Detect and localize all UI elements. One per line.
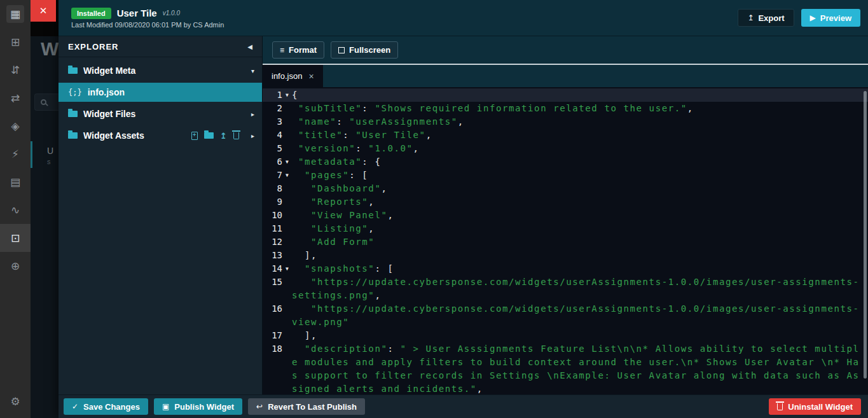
code-line[interactable]: 7▼ "pages": [ [263, 169, 868, 182]
save-changes-button[interactable]: ✓ Save Changes [64, 398, 148, 415]
code-line-content[interactable]: "subTitle": "Shows required information … [292, 102, 868, 115]
code-line[interactable]: 9 "Reports", [263, 195, 868, 209]
rail-automation-icon[interactable]: ⚡ [0, 140, 31, 168]
code-line[interactable]: 17 ], [263, 329, 868, 342]
fold-arrow-icon[interactable]: ▼ [282, 88, 292, 102]
code-line-content[interactable]: "pages": [ [292, 169, 868, 182]
explorer-folder-widget-files[interactable]: Widget Files ▸ [59, 104, 262, 123]
code-line-content[interactable]: "version": "1.0.0", [292, 142, 868, 155]
code-line[interactable]: 13 ], [263, 249, 868, 262]
code-line[interactable]: 8 "Dashboard", [263, 182, 868, 195]
code-line[interactable]: 2 "subTitle": "Shows required informatio… [263, 102, 868, 115]
code-line-content[interactable]: "Listing", [292, 222, 868, 235]
tab-info-json[interactable]: info.json × [263, 65, 323, 87]
code-line[interactable]: 6▼ "metadata": { [263, 155, 868, 169]
upload-icon[interactable]: ↥ [220, 132, 227, 140]
code-line[interactable]: 18 "description": " > User Asssignments … [263, 342, 868, 394]
fold-arrow-icon[interactable]: ▼ [282, 262, 292, 275]
rail-settings-icon[interactable]: ⚙ [0, 387, 31, 415]
code-line-content[interactable]: "title": "User Tile", [292, 129, 868, 142]
code-line[interactable]: 10 "View Panel", [263, 209, 868, 222]
code-line[interactable]: 12 "Add Form" [263, 235, 868, 249]
code-line-content[interactable]: "https://update.cybersponse.com/widgets/… [292, 302, 868, 329]
code-line-content[interactable]: "https://update.cybersponse.com/widgets/… [292, 275, 868, 302]
rail-dashboard-icon[interactable]: ⊞ [0, 28, 31, 56]
editor-pane: ≡ Format Fullscreen info.json × 1▼{2 "su… [263, 36, 868, 394]
folder-icon [68, 111, 78, 117]
code-line-content[interactable]: "name": "userAssignments", [292, 115, 868, 129]
page-backdrop: W U s [31, 0, 59, 418]
backdrop-card-title-fragment: U [47, 146, 53, 156]
delete-icon[interactable] [233, 132, 239, 139]
rail-system-icon[interactable]: ⊕ [0, 252, 31, 280]
rail-logo-icon[interactable]: ▦ [0, 0, 31, 28]
line-number: 16 [266, 302, 282, 329]
rail-connectors-icon[interactable]: ⇄ [0, 84, 31, 112]
chevron-right-icon[interactable]: ▸ [251, 111, 254, 118]
modal-close-button[interactable]: ✕ [31, 0, 56, 22]
export-button[interactable]: ↥ Export [738, 9, 794, 27]
code-line[interactable]: 11 "Listing", [263, 222, 868, 235]
uninstall-widget-button[interactable]: Uninstall Widget [769, 398, 861, 415]
new-file-icon[interactable] [191, 132, 198, 140]
line-gutter: 16 [263, 302, 292, 329]
rail-widgets-icon[interactable]: ⊡ [0, 224, 31, 252]
line-number: 18 [266, 342, 282, 394]
line-gutter: 17 [263, 329, 292, 342]
publish-widget-button[interactable]: ▣ Publish Widget [154, 398, 242, 415]
close-icon: ✕ [39, 5, 48, 17]
code-lines: 1▼{2 "subTitle": "Shows required informa… [263, 88, 868, 394]
code-line[interactable]: 4 "title": "User Tile", [263, 129, 868, 142]
modal-footer: ✓ Save Changes ▣ Publish Widget ↩ Revert… [59, 394, 868, 418]
explorer-folder-widget-meta[interactable]: Widget Meta ▾ [59, 61, 262, 80]
revert-arrow-icon: ↩ [256, 402, 263, 411]
revert-button[interactable]: ↩ Revert To Last Publish [248, 398, 365, 415]
chevron-right-icon[interactable]: ▸ [251, 132, 254, 139]
code-line-content[interactable]: { [292, 88, 868, 102]
code-line-content[interactable]: "Add Form" [292, 235, 868, 249]
fold-arrow-icon[interactable]: ▼ [282, 169, 292, 182]
code-line-content[interactable]: ], [292, 329, 868, 342]
code-line[interactable]: 14▼ "snapshots": [ [263, 262, 868, 275]
fold-arrow-icon[interactable]: ▼ [282, 155, 292, 169]
tab-close-icon[interactable]: × [308, 71, 313, 81]
chevron-down-icon[interactable]: ▾ [251, 67, 254, 74]
editor-tab-bar: info.json × [263, 65, 868, 87]
code-line-content[interactable]: "View Panel", [292, 209, 868, 222]
code-line-content[interactable]: "metadata": { [292, 155, 868, 169]
line-gutter: 1▼ [263, 88, 292, 102]
code-line[interactable]: 5 "version": "1.0.0", [263, 142, 868, 155]
dashboard-icon: ⊞ [11, 36, 20, 49]
backdrop-search-input[interactable] [34, 94, 59, 111]
code-line[interactable]: 1▼{ [263, 88, 868, 102]
line-gutter: 6▼ [263, 155, 292, 169]
fold-spacer [282, 102, 292, 115]
trash-icon [777, 403, 783, 410]
rail-controls-icon[interactable]: ⇵ [0, 56, 31, 84]
code-line-content[interactable]: "snapshots": [ [292, 262, 868, 275]
code-line[interactable]: 15 "https://update.cybersponse.com/widge… [263, 275, 868, 302]
code-line[interactable]: 16 "https://update.cybersponse.com/widge… [263, 302, 868, 329]
rail-resources-icon[interactable]: ▤ [0, 168, 31, 196]
line-number: 11 [266, 222, 282, 235]
rail-security-icon[interactable]: ◈ [0, 112, 31, 140]
format-button[interactable]: ≡ Format [272, 41, 324, 59]
code-line-content[interactable]: "Dashboard", [292, 182, 868, 195]
explorer-folder-widget-assets[interactable]: Widget Assets ↥ ▸ [59, 126, 262, 145]
widgets-icon: ⊡ [11, 232, 20, 245]
new-folder-icon[interactable] [204, 132, 214, 139]
code-line[interactable]: 3 "name": "userAssignments", [263, 115, 868, 129]
rail-reports-icon[interactable]: ∿ [0, 196, 31, 224]
line-number: 7 [266, 169, 282, 182]
collapse-panel-icon[interactable]: ◀ [247, 43, 253, 50]
fullscreen-button[interactable]: Fullscreen [331, 41, 398, 59]
code-line-content[interactable]: ], [292, 249, 868, 262]
json-file-icon: {;} [68, 88, 82, 97]
play-icon: ▶ [810, 13, 816, 22]
explorer-file-info-json[interactable]: {;} info.json [59, 83, 262, 102]
code-line-content[interactable]: "description": " > User Asssignments Fea… [292, 342, 868, 394]
preview-button[interactable]: ▶ Preview [801, 9, 860, 27]
code-line-content[interactable]: "Reports", [292, 195, 868, 209]
code-editor[interactable]: 1▼{2 "subTitle": "Shows required informa… [263, 87, 868, 394]
editor-scrollbar[interactable] [864, 91, 867, 379]
